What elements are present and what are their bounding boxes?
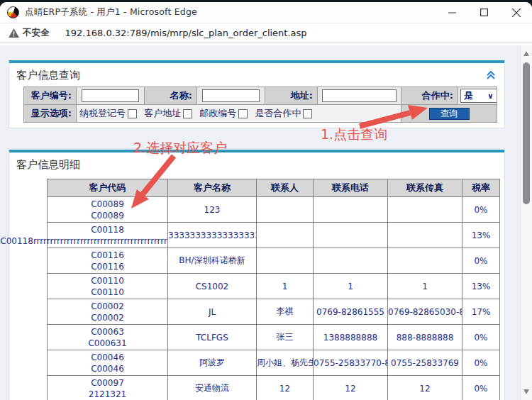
display-option-checkbox[interactable] — [238, 109, 248, 118]
vertical-scrollbar[interactable] — [520, 45, 532, 400]
phone-cell — [314, 197, 388, 223]
col-customer-name: 客户名称 — [168, 179, 257, 197]
annotation-arrow-to-search — [358, 104, 429, 130]
display-option-label: 客户地址 — [144, 107, 181, 120]
customer-name-cell[interactable]: TCLFGS — [168, 325, 257, 350]
contact-cell: 李祺 — [257, 299, 314, 325]
close-button[interactable] — [500, 2, 532, 23]
phone-cell: 12 — [314, 376, 388, 400]
customer-code-cell[interactable]: C00046 C00046 — [48, 350, 168, 376]
display-option-checkbox[interactable] — [183, 109, 192, 118]
table-row[interactable]: C00002 C00002 JL 李祺 0769-82861555 0769-8… — [48, 299, 500, 325]
close-icon — [512, 9, 521, 17]
name-label: 名称: — [145, 87, 197, 105]
fax-cell — [388, 197, 462, 223]
customer-code-cell[interactable]: C00118 C00118rrrrrrrrrrrrrrrrrrrrrrrrrrr… — [48, 223, 168, 248]
customer-name-cell[interactable]: 333333333333333333333 — [168, 223, 257, 248]
query-panel-title: 客户信息查询 — [9, 63, 504, 87]
phone-cell: 0769-82861555 — [314, 299, 388, 325]
table-row[interactable]: C00116 C00116 BH/深圳科诺桥新 0% — [48, 248, 500, 274]
chevron-down-icon: ∨ — [487, 91, 494, 101]
contact-cell: 12 — [257, 376, 314, 400]
display-option-checkbox[interactable] — [303, 109, 312, 118]
col-tax-rate: 税率 — [462, 179, 500, 197]
scrollbar-thumb[interactable] — [523, 62, 530, 204]
security-status[interactable]: 不安全 — [23, 27, 50, 39]
fax-cell — [388, 248, 462, 274]
contact-cell — [257, 248, 314, 274]
scroll-down-icon[interactable] — [523, 389, 529, 394]
table-row[interactable]: C00110 C00110 CS1002 1 1 1 13% — [48, 274, 500, 299]
display-option: 邮政编号 — [199, 107, 248, 120]
contact-cell — [257, 223, 314, 248]
table-row[interactable]: C00089 C00089 123 0% — [48, 197, 500, 223]
customer-code-cell[interactable]: C00110 C00110 — [48, 274, 168, 299]
customer-no-label: 客户编号: — [24, 87, 77, 105]
customer-code-cell[interactable]: C00097 2121321 — [48, 376, 168, 400]
warning-icon — [9, 28, 19, 38]
col-fax: 联系传真 — [388, 179, 462, 197]
display-option: 客户地址 — [144, 107, 192, 120]
display-option-checkbox[interactable] — [128, 109, 137, 118]
contact-cell: 1 — [257, 274, 314, 299]
customer-name-cell[interactable]: CS1002 — [168, 274, 257, 299]
address-input[interactable] — [322, 89, 396, 102]
phone-cell: 1388888888 — [314, 325, 388, 350]
app-logo-icon — [7, 6, 19, 18]
contact-cell: 周小姐、杨先生 — [257, 350, 314, 376]
table-row[interactable]: C00046 C00046 阿波罗 周小姐、杨先生 0755-25833770-… — [48, 350, 500, 376]
phone-cell: 0755-25833770-860 — [314, 350, 388, 376]
annotation-arrow-to-row — [124, 153, 181, 213]
search-button[interactable]: 查询 — [429, 108, 470, 120]
display-options-label: 显示选项: — [24, 105, 77, 123]
display-option-label: 是否合作中 — [255, 107, 301, 120]
phone-cell: 1 — [314, 274, 388, 299]
browser-window: 点晴ERP子系统 - 用户1 - Microsoft Edge 不安全 192.… — [0, 2, 532, 400]
name-input[interactable] — [202, 89, 259, 102]
customer-code-cell[interactable]: C00116 C00116 — [48, 248, 168, 274]
chevron-double-up-icon[interactable] — [486, 70, 496, 80]
partner-label: 合作中: — [401, 87, 458, 105]
tax-rate-cell: 13% — [462, 223, 500, 248]
fax-cell: 0769-82865030-880 — [388, 299, 462, 325]
minimize-icon — [448, 9, 456, 16]
query-panel: 客户信息查询 客户编号: 名称: 地址: 合作中: 是 — [9, 60, 505, 128]
window-controls — [436, 2, 532, 23]
partner-select[interactable]: 是 ∨ — [460, 89, 497, 103]
customer-name-cell[interactable]: JL — [168, 299, 257, 325]
tax-rate-cell: 13% — [462, 274, 500, 299]
table-row[interactable]: C00118 C00118rrrrrrrrrrrrrrrrrrrrrrrrrrr… — [48, 223, 500, 248]
url-text[interactable]: 192.168.0.32:789/mis/mrp/slc_plan_order_… — [65, 28, 307, 38]
titlebar: 点晴ERP子系统 - 用户1 - Microsoft Edge — [0, 2, 532, 23]
display-option-label: 邮政编号 — [199, 107, 236, 120]
page-content: 客户信息查询 客户编号: 名称: 地址: 合作中: 是 — [0, 45, 532, 400]
maximize-button[interactable] — [468, 2, 500, 23]
fax-cell — [388, 223, 462, 248]
tax-rate-cell: 0% — [462, 376, 500, 400]
customer-code-cell[interactable]: C00063 C000631 — [48, 325, 168, 350]
display-option: 纳税登记号 — [79, 107, 137, 120]
phone-cell — [314, 248, 388, 274]
customer-code-cell[interactable]: C00002 C00002 — [48, 299, 168, 325]
window-title: 点晴ERP子系统 - 用户1 - Microsoft Edge — [25, 6, 197, 18]
minimize-button[interactable] — [436, 2, 468, 23]
display-option-label: 纳税登记号 — [79, 107, 126, 120]
tax-rate-cell: 0% — [462, 350, 500, 376]
customer-name-cell[interactable]: 安通物流 — [168, 376, 257, 400]
fax-cell: 12 — [388, 376, 462, 400]
fax-cell: 0755-25833769 — [388, 350, 462, 376]
address-label: 地址: — [265, 87, 318, 105]
customer-no-input[interactable] — [82, 89, 138, 102]
table-row[interactable]: C00097 2121321 安通物流 12 12 12 0% — [48, 376, 500, 400]
customer-name-cell[interactable]: BH/深圳科诺桥新 — [168, 248, 257, 274]
fax-cell: 888-8888888 — [388, 325, 462, 350]
contact-cell: 张三 — [257, 325, 314, 350]
customer-table: 客户代码 客户名称 联系人 联系电话 联系传真 税率 C00089 C00089… — [47, 179, 500, 400]
customer-name-cell[interactable]: 阿波罗 — [168, 350, 257, 376]
table-row[interactable]: C00063 C000631 TCLFGS 张三 1388888888 888-… — [48, 325, 500, 350]
contact-cell — [257, 197, 314, 223]
customer-name-cell[interactable]: 123 — [168, 197, 257, 223]
scroll-up-icon[interactable] — [523, 51, 529, 56]
maximize-icon — [480, 9, 488, 16]
address-bar: 不安全 192.168.0.32:789/mis/mrp/slc_plan_or… — [0, 23, 532, 43]
